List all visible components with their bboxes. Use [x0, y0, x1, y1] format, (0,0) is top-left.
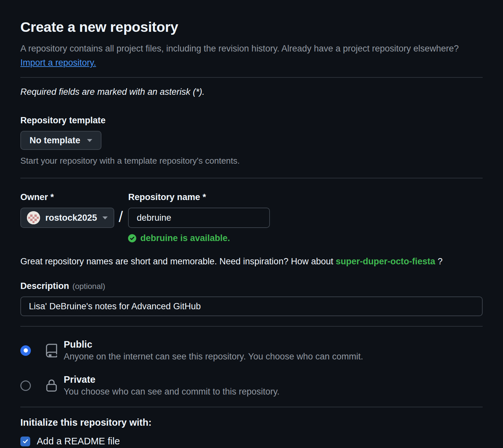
template-select-label: No template — [30, 135, 80, 146]
description-label-text: Description — [20, 281, 69, 291]
readme-label: Add a README file — [37, 436, 120, 447]
avatar — [27, 211, 40, 224]
repo-book-icon — [44, 343, 59, 358]
owner-select-button[interactable]: rostock2025 — [20, 208, 114, 228]
check-icon — [22, 438, 29, 445]
radio-dot — [24, 348, 28, 353]
repository-name-input[interactable] — [128, 208, 270, 228]
visibility-option-private[interactable]: Private You choose who can see and commi… — [20, 374, 483, 397]
import-repository-link[interactable]: Import a repository. — [20, 58, 96, 68]
public-description: Anyone on the internet can see this repo… — [64, 352, 363, 362]
public-radio[interactable] — [20, 345, 31, 356]
page-title: Create a new repository — [20, 19, 483, 35]
description-section: Description(optional) — [20, 281, 483, 316]
repository-name-label: Repository name * — [128, 192, 270, 202]
private-radio[interactable] — [20, 380, 31, 391]
divider — [20, 326, 483, 327]
add-readme-row[interactable]: Add a README file — [20, 436, 483, 447]
private-description: You choose who can see and commit to thi… — [64, 387, 279, 397]
suggestion-text: Great repository names are short and mem… — [20, 256, 336, 266]
owner-select-label: rostock2025 — [45, 213, 97, 223]
divider — [20, 407, 483, 407]
divider — [20, 77, 483, 78]
required-fields-note: Required fields are marked with an aster… — [20, 87, 483, 97]
public-title: Public — [64, 339, 363, 350]
page-intro: A repository contains all project files,… — [20, 42, 473, 70]
availability-text: debruine is available. — [140, 233, 230, 243]
description-label: Description(optional) — [20, 281, 483, 291]
private-option-text: Private You choose who can see and commi… — [64, 374, 279, 397]
check-circle-icon — [128, 234, 136, 242]
lock-icon — [44, 378, 59, 393]
public-option-text: Public Anyone on the internet can see th… — [64, 339, 363, 362]
create-repository-page: Create a new repository A repository con… — [0, 0, 503, 448]
optional-hint: (optional) — [73, 282, 105, 291]
description-input[interactable] — [20, 296, 483, 316]
template-select-button[interactable]: No template — [20, 131, 101, 150]
repository-template-label: Repository template — [20, 115, 483, 126]
template-caption: Start your repository with a template re… — [20, 156, 483, 166]
suggested-name-link[interactable]: super-duper-octo-fiesta — [336, 256, 435, 266]
visibility-option-public[interactable]: Public Anyone on the internet can see th… — [20, 339, 483, 362]
owner-name-separator: / — [119, 207, 123, 243]
owner-field: Owner * rostock2025 — [20, 192, 114, 243]
repository-name-field: Repository name * debruine is available. — [128, 192, 270, 243]
name-suggestion-line: Great repository names are short and mem… — [20, 256, 483, 267]
readme-checkbox[interactable] — [20, 437, 30, 446]
private-title: Private — [64, 374, 279, 385]
chevron-down-icon — [102, 216, 108, 219]
owner-and-name-row: Owner * rostock2025 / Repository name * — [20, 192, 483, 243]
owner-label: Owner * — [20, 192, 114, 202]
initialize-heading: Initialize this repository with: — [20, 417, 483, 428]
availability-message: debruine is available. — [128, 233, 270, 243]
suggestion-suffix: ? — [435, 256, 443, 266]
chevron-down-icon — [87, 139, 92, 142]
divider — [20, 178, 483, 178]
intro-text: A repository contains all project files,… — [20, 44, 459, 53]
repository-template-section: Repository template No template Start yo… — [20, 115, 483, 166]
